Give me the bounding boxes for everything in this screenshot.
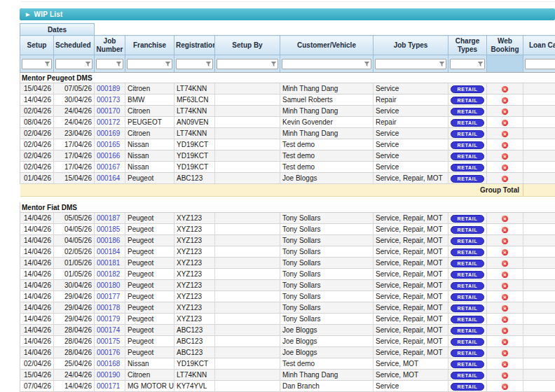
- column-header-job_types[interactable]: Job Types: [374, 36, 448, 55]
- charge-type-retail-button[interactable]: RETAIL: [451, 248, 484, 256]
- column-header-setup_by[interactable]: Setup By: [215, 36, 280, 55]
- charge-type-retail-button[interactable]: RETAIL: [451, 349, 484, 357]
- table-row[interactable]: 14/04/2604/05/26000186PeugeotXYZ123Tony …: [20, 235, 555, 246]
- table-row[interactable]: 14/04/2628/04/26000174PeugeotABC123Joe B…: [20, 325, 555, 336]
- table-row[interactable]: 01/04/2615/04/26000164PeugeotABC123Joe B…: [20, 173, 555, 184]
- job-number-link[interactable]: 000173: [97, 96, 120, 104]
- filter-funnel-icon[interactable]: [437, 61, 446, 67]
- charge-type-retail-button[interactable]: RETAIL: [451, 153, 484, 160]
- job-number-link[interactable]: 000166: [97, 152, 120, 160]
- job-number-link[interactable]: 000172: [97, 118, 120, 126]
- table-row[interactable]: 14/04/2628/04/26000176PeugeotABC123Joe B…: [20, 347, 555, 358]
- job-number-link[interactable]: 000176: [97, 349, 120, 356]
- charge-type-retail-button[interactable]: RETAIL: [451, 338, 484, 346]
- job-number-link[interactable]: 000165: [97, 141, 120, 148]
- charge-type-retail-button[interactable]: RETAIL: [451, 164, 484, 172]
- table-row[interactable]: 15/04/2624/04/26000190CitroenLT74KNNMinh…: [20, 370, 555, 381]
- column-header-charge_types[interactable]: Charge Types: [448, 36, 487, 55]
- filter-funnel-icon[interactable]: [163, 61, 172, 67]
- filter-funnel-icon[interactable]: [83, 61, 92, 67]
- charge-type-retail-button[interactable]: RETAIL: [451, 260, 484, 267]
- table-row[interactable]: 14/04/2601/05/26000182PeugeotXYZ123Tony …: [20, 269, 555, 280]
- charge-type-retail-button[interactable]: RETAIL: [451, 85, 484, 93]
- table-row[interactable]: 08/04/2624/04/26000172PEUGEOTAN09VENKevi…: [20, 117, 555, 128]
- filter-input-customer[interactable]: [282, 60, 362, 68]
- charge-type-retail-button[interactable]: RETAIL: [451, 327, 484, 335]
- job-number-link[interactable]: 000175: [97, 337, 120, 345]
- filter-input-registration[interactable]: [177, 60, 204, 68]
- filter-funnel-icon[interactable]: [114, 61, 123, 67]
- column-header-setup[interactable]: Setup: [20, 36, 54, 55]
- table-row[interactable]: 07/04/2614/04/26000171MG MOTOR UKKY74YVL…: [20, 381, 555, 392]
- charge-type-retail-button[interactable]: RETAIL: [451, 360, 484, 368]
- charge-type-retail-button[interactable]: RETAIL: [451, 372, 484, 379]
- column-header-franchise[interactable]: Franchise: [125, 36, 174, 55]
- charge-type-retail-button[interactable]: RETAIL: [451, 383, 484, 391]
- table-row[interactable]: 02/04/2617/04/26000167NissanYD19KCTTest …: [20, 162, 555, 173]
- filter-input-setup[interactable]: [22, 60, 43, 68]
- table-row[interactable]: 02/04/2623/04/26000169CitroenLT74KNNMinh…: [20, 128, 555, 139]
- column-header-registration[interactable]: Registration: [174, 36, 215, 55]
- table-row[interactable]: 02/04/2625/04/26000168NissanYD19KCTTest …: [20, 358, 555, 370]
- job-number-link[interactable]: 000171: [97, 382, 120, 390]
- table-row[interactable]: 15/04/2607/05/26000189CitroenLT74KNNMinh…: [20, 83, 555, 94]
- job-number-link[interactable]: 000187: [97, 214, 120, 222]
- table-row[interactable]: 14/04/2628/04/26000175PeugeotABC123Joe B…: [20, 336, 555, 347]
- job-number-link[interactable]: 000186: [97, 237, 120, 244]
- filter-input-job_types[interactable]: [376, 60, 437, 68]
- job-number-link[interactable]: 000177: [97, 293, 120, 300]
- charge-type-retail-button[interactable]: RETAIL: [451, 237, 484, 245]
- charge-type-retail-button[interactable]: RETAIL: [451, 97, 484, 104]
- table-row[interactable]: 02/04/2624/04/26000170CitroenLT74KNNMinh…: [20, 106, 555, 117]
- table-row[interactable]: 14/04/2630/04/26000180PeugeotXYZ123Tony …: [20, 280, 555, 291]
- table-row[interactable]: 02/04/2617/04/26000166NissanYD19KCTTest …: [20, 150, 555, 162]
- job-number-link[interactable]: 000179: [97, 315, 120, 323]
- charge-type-retail-button[interactable]: RETAIL: [451, 108, 484, 115]
- table-row[interactable]: 14/04/2601/05/26000181PeugeotXYZ123Tony …: [20, 258, 555, 269]
- table-row[interactable]: 14/04/2605/05/26000187PeugeotXYZ123Tony …: [20, 213, 555, 224]
- job-number-link[interactable]: 000178: [97, 304, 120, 312]
- job-number-link[interactable]: 000182: [97, 270, 120, 278]
- table-row[interactable]: 14/04/2629/04/26000178PeugeotXYZ123Tony …: [20, 302, 555, 314]
- charge-type-retail-button[interactable]: RETAIL: [451, 316, 484, 323]
- filter-input-setup_by[interactable]: [217, 60, 269, 68]
- table-row[interactable]: 14/04/2604/05/26000185PeugeotXYZ123Tony …: [20, 224, 555, 235]
- charge-type-retail-button[interactable]: RETAIL: [451, 304, 484, 312]
- table-row[interactable]: 14/04/2630/04/26000173BMWMF63LCNSamuel R…: [20, 94, 555, 106]
- job-number-link[interactable]: 000167: [97, 163, 120, 171]
- charge-type-retail-button[interactable]: RETAIL: [451, 271, 484, 279]
- job-number-link[interactable]: 000169: [97, 130, 120, 137]
- job-number-link[interactable]: 000189: [97, 85, 120, 92]
- job-number-link[interactable]: 000190: [97, 371, 120, 379]
- filter-funnel-icon[interactable]: [43, 61, 51, 67]
- wip-list-title-bar[interactable]: ▶ WIP List: [20, 8, 555, 20]
- job-number-link[interactable]: 000164: [97, 174, 120, 182]
- job-number-link[interactable]: 000181: [97, 259, 120, 267]
- filter-input-scheduled[interactable]: [56, 60, 83, 68]
- dates-group-header[interactable]: Dates: [20, 24, 95, 36]
- filter-input-charge_types[interactable]: [451, 60, 476, 68]
- charge-type-retail-button[interactable]: RETAIL: [451, 175, 484, 183]
- filter-funnel-icon[interactable]: [362, 61, 371, 67]
- filter-funnel-icon[interactable]: [269, 61, 278, 67]
- charge-type-retail-button[interactable]: RETAIL: [451, 141, 484, 149]
- charge-type-retail-button[interactable]: RETAIL: [451, 293, 484, 301]
- column-header-job_number[interactable]: Job Number: [95, 36, 125, 55]
- column-header-web_booking[interactable]: Web Booking: [487, 36, 523, 55]
- job-number-link[interactable]: 000170: [97, 107, 120, 115]
- charge-type-retail-button[interactable]: RETAIL: [451, 119, 484, 127]
- job-number-link[interactable]: 000184: [97, 248, 120, 255]
- charge-type-retail-button[interactable]: RETAIL: [451, 282, 484, 290]
- job-number-link[interactable]: 000180: [97, 281, 120, 289]
- column-header-loan_car[interactable]: Loan Car: [523, 36, 555, 55]
- column-header-scheduled[interactable]: Scheduled▼: [54, 36, 95, 55]
- table-row[interactable]: 14/04/2629/04/26000177PeugeotXYZ123Tony …: [20, 291, 555, 302]
- table-row[interactable]: 14/04/2629/04/26000179PeugeotXYZ123Tony …: [20, 314, 555, 325]
- job-number-link[interactable]: 000185: [97, 225, 120, 233]
- charge-type-retail-button[interactable]: RETAIL: [451, 215, 484, 223]
- table-row[interactable]: 02/04/2617/04/26000165NissanYD19KCTTest …: [20, 139, 555, 150]
- filter-input-loan_car[interactable]: [526, 60, 554, 68]
- job-number-link[interactable]: 000174: [97, 326, 120, 334]
- charge-type-retail-button[interactable]: RETAIL: [451, 226, 484, 234]
- filter-funnel-icon[interactable]: [204, 61, 212, 67]
